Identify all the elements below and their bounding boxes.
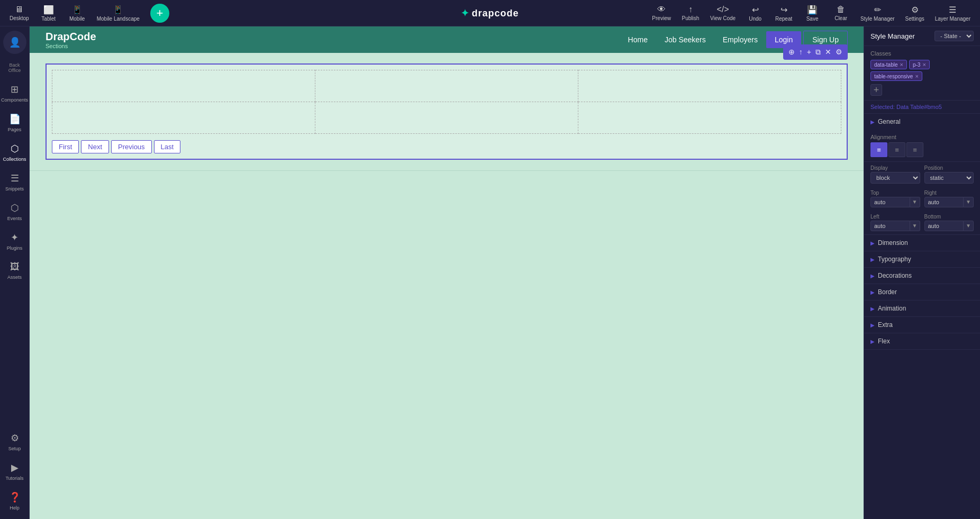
sidebar-item-events[interactable]: ⬡ Events — [2, 198, 28, 225]
bottom-label: Bottom — [924, 214, 974, 220]
element-add-btn[interactable]: + — [806, 47, 812, 58]
class-tag-table-responsive-remove[interactable]: × — [915, 73, 918, 79]
left-unit-btn[interactable]: ▼ — [910, 221, 920, 231]
element-settings-btn[interactable]: ⚙ — [834, 47, 843, 58]
sidebar-item-help[interactable]: ❓ Help — [2, 487, 28, 515]
bottom-input-group: ▼ — [924, 221, 974, 231]
toolbar-layer-manager[interactable]: ☰ Layer Manager — [931, 3, 975, 24]
left-input[interactable] — [870, 221, 910, 231]
section-extra-header[interactable]: ▶ Extra — [864, 317, 980, 333]
right-panel-header: Style Manager - State - — [864, 26, 980, 46]
data-table-container[interactable]: First Next Previous Last — [46, 63, 848, 160]
top-input[interactable] — [870, 197, 910, 207]
main-body: 👤 Back Office ⊞ Components 📄 Pages ⬡ Col… — [0, 26, 980, 519]
toolbar-view-code[interactable]: </> View Code — [706, 3, 740, 23]
app-logo: ✦drapcode — [461, 7, 519, 19]
sidebar-item-collections[interactable]: ⬡ Collections — [2, 139, 28, 166]
right-label: Right — [924, 190, 974, 196]
toolbar-mobile[interactable]: 📱 Mobile — [64, 3, 90, 24]
sidebar-item-snippets[interactable]: ☰ Snippets — [2, 168, 28, 196]
nav-home[interactable]: Home — [620, 31, 656, 48]
pagination-previous-btn[interactable]: Previous — [111, 140, 152, 153]
section-decorations-header[interactable]: ▶ Decorations — [864, 268, 980, 284]
pagination-next-btn[interactable]: Next — [81, 140, 109, 153]
toolbar-mobile-landscape[interactable]: 📱 Mobile Landscape — [93, 3, 144, 24]
pagination-first-btn[interactable]: First — [52, 140, 79, 153]
collections-icon: ⬡ — [11, 143, 19, 154]
class-tag-p3-remove[interactable]: × — [922, 61, 925, 68]
publish-icon: ↑ — [688, 5, 693, 14]
assets-icon: 🖼 — [10, 261, 20, 272]
left-bottom-row: Left ▼ Bottom ▼ — [864, 211, 980, 234]
class-tag-p3: p-3 × — [909, 60, 930, 69]
brand-name: DrapCode — [46, 31, 96, 43]
table-cell — [578, 102, 841, 134]
top-unit-btn[interactable]: ▼ — [910, 197, 920, 207]
section-typography-header[interactable]: ▶ Typography — [864, 251, 980, 267]
display-select[interactable]: block — [870, 172, 920, 184]
top-right-row: Top ▼ Right ▼ — [864, 187, 980, 211]
element-move-btn[interactable]: ⊕ — [787, 47, 796, 58]
toolbar-clear[interactable]: 🗑 Clear — [828, 3, 854, 23]
nav-employers[interactable]: Employers — [714, 31, 766, 48]
right-unit-btn[interactable]: ▼ — [964, 197, 974, 207]
element-clone-btn[interactable]: ⧉ — [814, 47, 822, 58]
class-tag-data-table-remove[interactable]: × — [900, 61, 903, 68]
alignment-label: Alignment — [870, 134, 974, 140]
position-field: Position static — [924, 165, 974, 184]
display-field: Display block — [870, 165, 920, 184]
border-arrow-icon: ▶ — [870, 289, 875, 295]
events-icon: ⬡ — [11, 202, 19, 214]
toolbar-preview[interactable]: 👁 Preview — [648, 3, 675, 23]
right-input[interactable] — [924, 197, 964, 207]
element-up-btn[interactable]: ↑ — [798, 47, 804, 58]
align-right-btn[interactable]: ≡ — [906, 142, 923, 157]
section-dimension-header[interactable]: ▶ Dimension — [864, 235, 980, 251]
element-toolbar: ⊕ ↑ + ⧉ ✕ ⚙ — [783, 44, 848, 60]
sidebar-item-pages[interactable]: 📄 Pages — [2, 109, 28, 136]
class-tag-data-table: data-table × — [870, 60, 907, 69]
toolbar-repeat[interactable]: ↪ Repeat — [770, 3, 797, 24]
back-office-button[interactable]: 👤 — [3, 31, 26, 54]
display-label: Display — [870, 165, 920, 171]
bottom-unit-btn[interactable]: ▼ — [964, 221, 974, 231]
element-delete-btn[interactable]: ✕ — [824, 47, 832, 58]
style-manager-icon: ✏ — [874, 5, 881, 15]
style-manager-title: Style Manager — [870, 32, 915, 40]
toolbar-save[interactable]: 💾 Save — [799, 3, 825, 24]
toolbar-settings[interactable]: ⚙ Settings — [901, 3, 929, 24]
toolbar-style-manager[interactable]: ✏ Style Manager — [856, 3, 899, 24]
left-label: Left — [870, 214, 920, 220]
toolbar-undo[interactable]: ↩ Undo — [742, 3, 768, 24]
toolbar-publish[interactable]: ↑ Publish — [677, 3, 704, 23]
sidebar-item-plugins[interactable]: ✦ Plugins — [2, 227, 28, 255]
position-select[interactable]: static — [924, 172, 974, 184]
pagination-last-btn[interactable]: Last — [154, 140, 181, 153]
section-divider — [30, 170, 864, 171]
table-cell — [578, 70, 841, 102]
brand-sub: Sections — [46, 43, 96, 49]
sidebar-item-components[interactable]: ⊞ Components — [2, 79, 28, 107]
toolbar-tablet[interactable]: ⬜ Tablet — [35, 3, 62, 24]
add-component-button[interactable]: + — [150, 4, 169, 23]
repeat-icon: ↪ — [781, 5, 787, 15]
sidebar-item-assets[interactable]: 🖼 Assets — [2, 257, 28, 284]
toolbar-desktop[interactable]: 🖥 Desktop — [5, 3, 33, 23]
align-left-btn[interactable]: ≡ — [870, 142, 887, 157]
section-general-header[interactable]: ▶ General — [864, 114, 980, 130]
left-field: Left ▼ — [870, 214, 920, 231]
components-icon: ⊞ — [11, 84, 19, 95]
section-animation-header[interactable]: ▶ Animation — [864, 301, 980, 316]
align-center-btn[interactable]: ≡ — [888, 142, 905, 157]
sidebar-item-tutorials[interactable]: ▶ Tutorials — [2, 458, 28, 485]
bottom-input[interactable] — [924, 221, 964, 231]
nav-job-seekers[interactable]: Job Seekers — [656, 31, 714, 48]
section-border-header[interactable]: ▶ Border — [864, 284, 980, 300]
sidebar-item-setup[interactable]: ⚙ Setup — [2, 428, 28, 456]
selected-element-wrapper: ⊕ ↑ + ⧉ ✕ ⚙ — [46, 63, 848, 160]
state-dropdown[interactable]: - State - — [934, 31, 974, 41]
section-flex-header[interactable]: ▶ Flex — [864, 333, 980, 349]
add-class-button[interactable]: + — [870, 84, 882, 96]
top-field: Top ▼ — [870, 190, 920, 207]
sidebar-item-back-office[interactable]: Back Office — [2, 58, 28, 77]
